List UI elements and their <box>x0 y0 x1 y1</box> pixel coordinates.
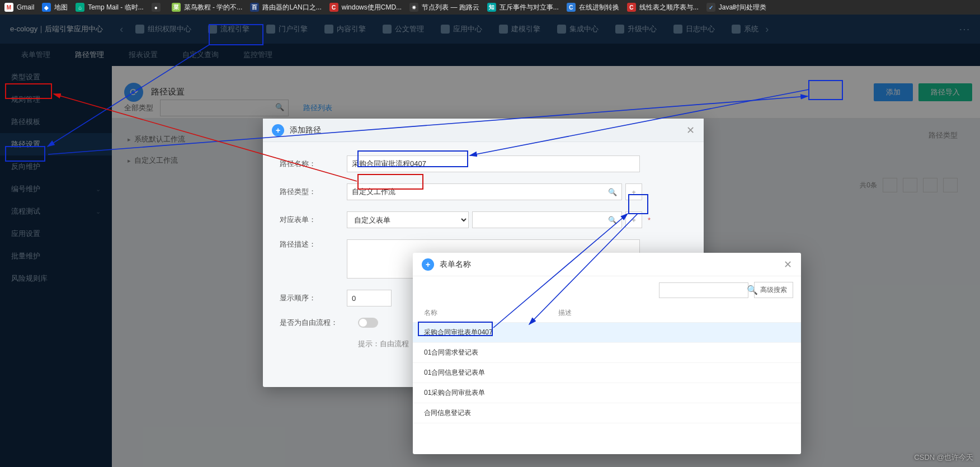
bookmark-icon: C <box>627 3 636 12</box>
bookmark-item[interactable]: MGmail <box>4 3 34 12</box>
order-label: 显示顺序： <box>280 293 347 303</box>
import-button[interactable]: 路径导入 <box>918 83 972 101</box>
sidebar-item[interactable]: 应用设置 <box>0 223 112 245</box>
form-add-button[interactable]: + <box>625 211 642 228</box>
path-type-lookup[interactable]: 自定义工作流 🔍 <box>347 183 622 200</box>
menu-label: 组织权限中心 <box>148 24 191 34</box>
col-type: 路径类型 <box>929 130 958 140</box>
tree-arrow-icon: ▸ <box>128 136 131 143</box>
menu-icon <box>673 25 682 34</box>
menu-icon <box>266 25 275 34</box>
sub-tab[interactable]: 报表设置 <box>124 50 162 60</box>
search-icon[interactable]: 🔍 <box>608 216 617 224</box>
bookmark-item[interactable]: 知互斥事件与对立事... <box>487 3 559 12</box>
pager-page[interactable] <box>903 178 917 192</box>
required-marker: * <box>648 216 651 224</box>
form-kind-select[interactable]: 自定义表单 <box>347 211 469 228</box>
header-menu-item[interactable]: 内容引擎 <box>324 24 366 34</box>
sidebar-item[interactable]: 类型设置 <box>0 66 112 88</box>
form-picker-row[interactable]: 01采购合同审批表单 <box>413 383 801 403</box>
header-menu-item[interactable]: 组织权限中心 <box>135 24 191 34</box>
modal2-columns: 名称 描述 <box>413 304 801 323</box>
sidebar-item[interactable]: 批量维护 <box>0 245 112 267</box>
menu-label: 应用中心 <box>453 24 482 34</box>
bookmark-icon: 知 <box>487 3 496 12</box>
app-header: e-cology｜后端引擎应用中心 ‹ 组织权限中心流程引擎门户引擎内容引擎公文… <box>0 15 980 44</box>
page-actions: 添加 路径导入 <box>874 83 972 101</box>
menu-label: 门户引擎 <box>279 24 308 34</box>
search-icon[interactable]: 🔍 <box>608 188 617 196</box>
modal1-close-icon[interactable]: ✕ <box>686 124 695 136</box>
bookmark-item[interactable]: ◆地图 <box>42 3 68 12</box>
pager-jump[interactable] <box>943 178 958 192</box>
bookmark-icon: ⌂ <box>76 3 84 12</box>
pager-prev[interactable] <box>883 178 897 192</box>
sidebar-item[interactable]: 路径设置 <box>0 133 112 155</box>
sub-tab[interactable]: 路径管理 <box>70 50 109 60</box>
bookmark-label: 路由器的LAN口之... <box>262 3 321 12</box>
sub-tab[interactable]: 监控管理 <box>239 50 277 60</box>
sidebar-item-label: 流程测试 <box>11 206 40 216</box>
modal2-close-icon[interactable]: ✕ <box>784 258 792 271</box>
bookmark-item[interactable]: ● <box>152 3 164 12</box>
advanced-search-button[interactable]: 高级搜索 <box>754 282 793 298</box>
search-icon[interactable]: 🔍 <box>275 103 284 111</box>
sub-tab[interactable]: 自定义查询 <box>178 50 223 60</box>
sub-tab[interactable]: 表单管理 <box>17 50 55 60</box>
bookmark-icon: 菜 <box>172 3 181 12</box>
header-menu-item[interactable]: 集成中心 <box>557 24 599 34</box>
header-menu-item[interactable]: 日志中心 <box>673 24 715 34</box>
path-type-label: 路径类型： <box>280 187 347 197</box>
sidebar-item[interactable]: 路径模板 <box>0 111 112 133</box>
header-apps-icon[interactable]: ⋯ <box>959 22 980 36</box>
header-menu-item[interactable]: 门户引擎 <box>266 24 308 34</box>
list-footer: 共0条 <box>860 178 958 192</box>
form-picker-row[interactable]: 01合同信息登记表单 <box>413 363 801 383</box>
pager-next[interactable] <box>923 178 937 192</box>
order-input[interactable] <box>347 290 392 306</box>
bookmark-item[interactable]: C线性表之顺序表与... <box>627 3 699 12</box>
header-back-icon[interactable]: ‹ <box>113 23 130 35</box>
free-flow-toggle[interactable] <box>358 318 378 328</box>
modal2-search-input[interactable] <box>663 286 747 294</box>
bookmark-icon: ✷ <box>409 3 418 12</box>
form-label: 对应表单： <box>280 215 347 225</box>
bookmark-item[interactable]: ⌂Temp Mail - 临时... <box>76 3 143 12</box>
plus-icon: + <box>272 124 284 136</box>
path-type-add-button[interactable]: + <box>625 183 642 200</box>
sidebar-item[interactable]: 反向维护 <box>0 155 112 178</box>
modal2-search-box[interactable]: 🔍 <box>659 282 748 298</box>
bookmark-item[interactable]: Cwindows使用CMD... <box>329 3 402 12</box>
sidebar-item[interactable]: 编号维护⌄ <box>0 178 112 200</box>
header-forward-icon[interactable]: › <box>758 23 775 35</box>
bookmark-item[interactable]: 菜菜鸟教程 - 学的不... <box>172 3 243 12</box>
header-menu-item[interactable]: 建模引擎 <box>499 24 540 34</box>
header-menu-item[interactable]: 应用中心 <box>441 24 482 34</box>
bookmark-item[interactable]: C在线进制转换 <box>567 3 619 12</box>
header-menu-item[interactable]: 公文管理 <box>383 24 424 34</box>
sidebar-item-label: 应用设置 <box>11 229 40 239</box>
bookmark-label: 在线进制转换 <box>579 3 619 12</box>
header-menu-item[interactable]: 升级中心 <box>615 24 657 34</box>
menu-label: 公文管理 <box>395 24 424 34</box>
form-lookup[interactable]: 🔍 <box>472 211 622 228</box>
form-picker-row[interactable]: 合同信息登记表 <box>413 403 801 423</box>
sidebar-item[interactable]: 流程测试⌄ <box>0 200 112 223</box>
form-picker-row[interactable]: 01合同需求登记表 <box>413 343 801 363</box>
tree-item[interactable]: ▸自定义工作流 <box>124 150 258 171</box>
add-button[interactable]: 添加 <box>874 83 913 101</box>
filter-input[interactable] <box>160 100 289 116</box>
tree-item[interactable]: ▸系统默认工作流 <box>124 129 258 150</box>
modal2-list: 采购合同审批表单040701合同需求登记表01合同信息登记表单01采购合同审批表… <box>413 323 801 454</box>
tree-label: 自定义工作流 <box>134 155 178 166</box>
header-menu-item[interactable]: 流程引擎 <box>208 24 249 34</box>
form-picker-row[interactable]: 采购合同审批表单0407 <box>413 323 801 343</box>
filter-tab[interactable]: 路径列表 <box>295 100 340 116</box>
sidebar-item[interactable]: 风险规则库 <box>0 267 112 290</box>
bookmark-item[interactable]: 百路由器的LAN口之... <box>250 3 321 12</box>
bookmark-item[interactable]: ✓Java时间处理类 <box>706 3 766 12</box>
path-name-input[interactable] <box>347 155 640 172</box>
bookmark-item[interactable]: ✷节点列表 — 跑路云 <box>409 3 479 12</box>
header-menu-item[interactable]: 系统 <box>732 24 758 34</box>
sidebar-item[interactable]: 规则管理 <box>0 88 112 111</box>
